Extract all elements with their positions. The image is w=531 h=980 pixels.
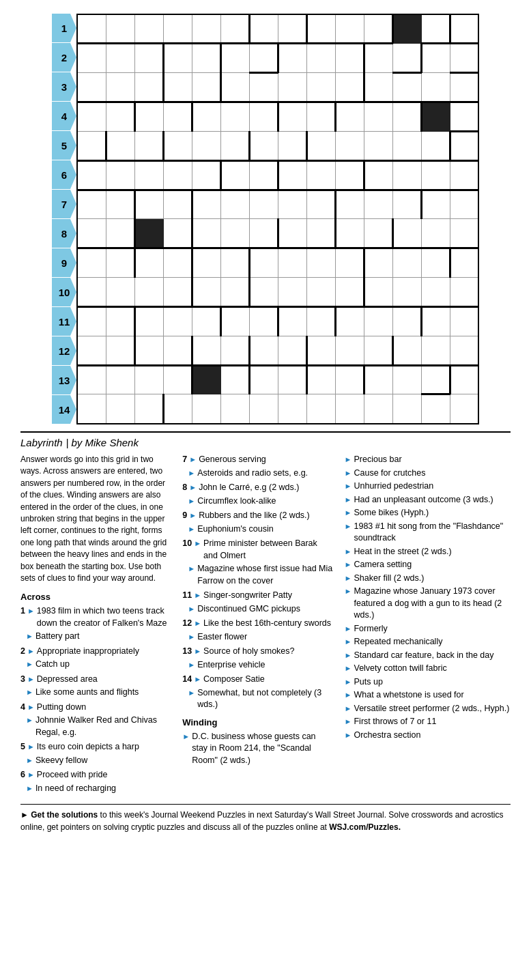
clue-5b: ► Skeevy fellow [20,755,171,767]
clue-12a: 12 ► Like the best 16th-century swords [182,618,333,630]
winding-clue-4: ► Unhurried pedestrian [345,480,511,493]
winding-clue-12: ► Formerly [345,623,511,635]
winding-clue-11: ► Magazine whose January 1973 cover feat… [345,586,511,622]
winding-clue-16: ► Puts up [345,676,511,689]
winding-clue-17: ► What a whetstone is used for [345,689,511,702]
clue-group-9: 9 ► Rubbers and the like (2 wds.) ► Euph… [182,510,333,535]
clue-group-11: 11 ► Singer-songwriter Patty ► Discontin… [182,590,333,615]
clues-col-mid: 7 ► Generous serving ► Asteroids and rad… [182,454,333,797]
clue-group-1: 1 ► 1983 film in which two teens track d… [20,605,171,643]
clue-group-7: 7 ► Generous serving ► Asteroids and rad… [182,454,333,479]
crossword-grid: 1 2 3 4 5 6 7 8 9 10 11 12 13 14 [20,7,511,424]
row-label-11: 11 [52,307,76,336]
clue-14b: ► Somewhat, but not completely (3 wds.) [182,687,333,711]
clue-7a: 7 ► Generous serving [182,454,333,466]
clues-section: Answer words go into this grid in two wa… [20,454,511,797]
winding-clue-6: ► Some bikes (Hyph.) [345,507,511,519]
row-label-3: 3 [52,72,76,101]
row-labels: 1 2 3 4 5 6 7 8 9 10 11 12 13 14 [52,14,76,424]
clues-col-left: Answer words go into this grid in two wa… [20,454,171,797]
row-label-5: 5 [52,131,76,160]
clue-4a: 4 ► Putting down [20,702,171,714]
clue-10a: 10 ► Prime minister between Barak and Ol… [182,538,333,562]
clue-3a: 3 ► Depressed area [20,674,171,686]
winding-clue-5: ► Had an unpleasant outcome (3 wds.) [345,494,511,506]
clue-1b: ► Battery part [20,631,171,643]
puzzle-title: Labyrinth | by Mike Shenk [20,431,511,450]
clue-4b: ► Johnnie Walker Red and Chivas Regal, e… [20,715,171,738]
instructions-text: Answer words go into this grid in two wa… [20,454,171,584]
winding-clue-15: ► Velvety cotton twill fabric [345,663,511,675]
row-label-12: 12 [52,336,76,365]
row-label-8: 8 [52,219,76,248]
clue-group-8: 8 ► John le Carré, e.g (2 wds.) ► Circum… [182,482,333,507]
winding-clue-18: ► Versatile street performer (2 wds., Hy… [345,703,511,715]
clue-8a: 8 ► John le Carré, e.g (2 wds.) [182,482,333,494]
row-label-1: 1 [52,14,76,42]
clue-3b: ► Like some aunts and flights [20,687,171,699]
footer: ► Get the solutions to this week's Journ… [20,804,511,833]
clue-10b: ► Magazine whose first issue had Mia Far… [182,563,333,587]
clue-6a: 6 ► Proceed with pride [20,769,171,781]
clue-11b: ► Discontinued GMC pickups [182,603,333,616]
title-text: Labyrinth [20,437,63,448]
clue-group-6: 6 ► Proceed with pride ► In need of rech… [20,769,171,794]
clue-group-3: 3 ► Depressed area ► Like some aunts and… [20,674,171,699]
winding-clue-8: ► Heat in the street (2 wds.) [345,546,511,558]
winding-clue-7: ► 1983 #1 hit song from the "Flashdance"… [345,521,511,545]
row-label-7: 7 [52,190,76,218]
footer-text: ► Get the solutions to this week's Journ… [20,810,503,832]
clue-8b: ► Circumflex look-alike [182,495,333,508]
clue-group-13: 13 ► Source of holy smokes? ► Enterprise… [182,646,333,671]
clue-group-4: 4 ► Putting down ► Johnnie Walker Red an… [20,702,171,739]
clue-12b: ► Easter flower [182,631,333,644]
winding-clue-3: ► Cause for crutches [345,467,511,480]
clue-11a: 11 ► Singer-songwriter Patty [182,590,333,602]
footer-bold: ► Get the solutions [20,810,98,820]
row-label-14: 14 [52,395,76,424]
winding-clue-10: ► Shaker fill (2 wds.) [345,573,511,585]
clue-2b: ► Catch up [20,659,171,671]
winding-clue-13: ► Repeated mechanically [345,636,511,648]
clue-9a: 9 ► Rubbers and the like (2 wds.) [182,510,333,522]
winding-clue-9: ► Camera setting [345,559,511,571]
clue-group-12: 12 ► Like the best 16th-century swords ►… [182,618,333,643]
winding-clue-14: ► Standard car feature, back in the day [345,650,511,662]
row-label-9: 9 [52,248,76,277]
grid-table [76,14,479,424]
clue-13b: ► Enterprise vehicle [182,659,333,672]
clue-group-14: 14 ► Composer Satie ► Somewhat, but not … [182,674,333,711]
clue-group-10: 10 ► Prime minister between Barak and Ol… [182,538,333,587]
clues-col-right: ► Precious bar ► Cause for crutches ► Un… [345,454,511,797]
winding-clue-2: ► Precious bar [345,454,511,466]
clue-6b: ► In need of recharging [20,783,171,795]
row-label-6: 6 [52,160,76,189]
winding-clue-20: ► Orchestra section [345,730,511,742]
clue-14a: 14 ► Composer Satie [182,674,333,686]
row-label-10: 10 [52,278,76,306]
clue-group-2: 2 ► Appropriate inappropriately ► Catch … [20,646,171,671]
winding-title: Winding [182,717,333,729]
row-label-13: 13 [52,366,76,394]
across-title: Across [20,591,171,603]
clue-13a: 13 ► Source of holy smokes? [182,646,333,658]
wsj-link: WSJ.com/Puzzles. [329,822,401,832]
clue-7b: ► Asteroids and radio sets, e.g. [182,467,333,480]
row-label-2: 2 [52,43,76,72]
author-text: | by Mike Shenk [66,437,138,448]
winding-clue-1: ► D.C. business whose guests can stay in… [182,731,333,767]
clue-5a: 5 ► Its euro coin depicts a harp [20,741,171,753]
clue-1a: 1 ► 1983 film in which two teens track d… [20,605,171,629]
row-label-4: 4 [52,102,76,130]
clue-group-5: 5 ► Its euro coin depicts a harp ► Skeev… [20,741,171,766]
winding-clue-19: ► First throws of 7 or 11 [345,716,511,728]
clue-9b: ► Euphonium's cousin [182,523,333,536]
clue-2a: 2 ► Appropriate inappropriately [20,646,171,658]
